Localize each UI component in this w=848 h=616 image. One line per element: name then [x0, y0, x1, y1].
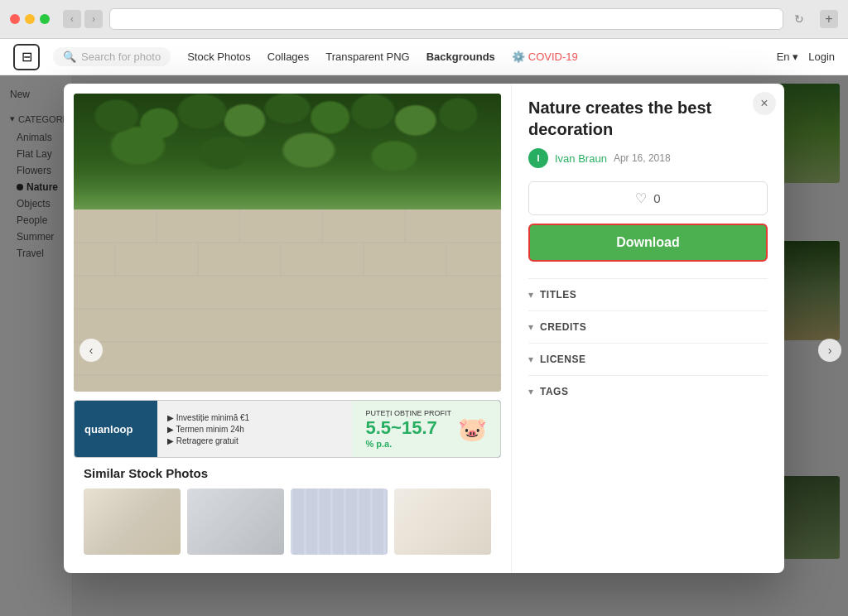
ad-profit-label: PUTEȚI OBȚINE PROFIT	[365, 409, 451, 417]
browser-titlebar: ‹ › ↻ +	[0, 0, 848, 39]
modal-overlay: ‹ › ×	[0, 75, 848, 616]
ad-point-1: ▶ Investiție minimă €1	[167, 413, 342, 422]
credits-label: CREDITS	[540, 321, 586, 333]
login-button[interactable]: Login	[808, 51, 835, 63]
language-selector[interactable]: En ▾	[777, 51, 799, 63]
pig-icon: 🐷	[458, 416, 487, 443]
ad-point-3: ▶ Retragere gratuit	[167, 436, 342, 445]
website-nav: ⊟ 🔍 Search for photo Stock Photos Collag…	[0, 39, 848, 75]
photo-wall	[74, 209, 501, 392]
photo-title: Nature creates the best decoration	[528, 97, 768, 140]
nav-transparent-png-label: Transparent PNG	[325, 51, 409, 63]
accordion-license[interactable]: ▾ LICENSE	[528, 343, 768, 375]
advertisement-banner: quanloop ▶ Investiție minimă €1 ▶ Termen…	[74, 400, 501, 458]
fullscreen-window-button[interactable]	[40, 14, 50, 24]
bullet-icon-2: ▶	[167, 425, 174, 434]
modal-body: quanloop ▶ Investiție minimă €1 ▶ Termen…	[64, 84, 784, 573]
wall-texture	[74, 209, 501, 392]
author-avatar: I	[528, 148, 548, 168]
modal-close-button[interactable]: ×	[753, 92, 776, 115]
ad-point-3-text: Retragere gratuit	[176, 436, 238, 445]
tags-label: TAGS	[540, 386, 568, 397]
modal-left-panel: quanloop ▶ Investiție minimă €1 ▶ Termen…	[64, 84, 511, 573]
traffic-lights	[10, 14, 50, 24]
ad-point-1-text: Investiție minimă €1	[176, 413, 249, 422]
language-label: En	[777, 51, 790, 63]
author-name[interactable]: Ivan Braun	[555, 152, 607, 165]
titles-chevron-icon: ▾	[528, 289, 533, 301]
search-icon: 🔍	[63, 51, 76, 63]
forward-button[interactable]: ›	[84, 10, 103, 28]
close-window-button[interactable]	[10, 14, 20, 24]
accordion-tags[interactable]: ▾ TAGS	[528, 375, 768, 407]
titles-label: TITLES	[540, 289, 576, 301]
similar-photo-2[interactable]	[187, 488, 284, 555]
similar-photos-grid	[84, 488, 491, 555]
ad-profit-suffix: % p.a.	[365, 439, 451, 449]
similar-photo-4[interactable]	[394, 488, 491, 555]
tags-chevron-icon: ▾	[528, 386, 533, 397]
credits-chevron-icon: ▾	[528, 321, 533, 333]
nav-collages[interactable]: Collages	[267, 51, 310, 63]
nav-backgrounds[interactable]: Backgrounds	[426, 51, 495, 63]
back-button[interactable]: ‹	[63, 10, 81, 28]
logo-icon: ⊟	[22, 49, 32, 65]
download-button[interactable]: Download	[528, 224, 768, 262]
ad-point-2: ▶ Termen minim 24h	[167, 425, 342, 434]
nav-stock-photos[interactable]: Stock Photos	[187, 51, 251, 63]
similar-photo-3[interactable]	[291, 488, 388, 555]
bullet-icon-3: ▶	[167, 436, 174, 445]
license-chevron-icon: ▾	[528, 354, 533, 365]
nav-backgrounds-label: Backgrounds	[426, 51, 495, 63]
accordion-credits[interactable]: ▾ CREDITS	[528, 310, 768, 343]
prev-photo-button[interactable]: ‹	[80, 339, 103, 362]
nav-covid-label: COVID-19	[528, 51, 578, 63]
photo-date: Apr 16, 2018	[614, 152, 671, 164]
reload-button[interactable]: ↻	[790, 10, 808, 28]
similar-photos-title: Similar Stock Photos	[84, 466, 491, 480]
search-placeholder-text: Search for photo	[81, 51, 161, 63]
covid-icon: ⚙️	[512, 51, 525, 63]
accordion-titles[interactable]: ▾ TITLES	[528, 278, 768, 310]
nav-transparent-png[interactable]: Transparent PNG	[325, 51, 409, 63]
site-logo[interactable]: ⊟	[13, 44, 40, 70]
nav-stock-photos-label: Stock Photos	[187, 51, 251, 63]
minimize-window-button[interactable]	[25, 14, 35, 24]
license-label: LICENSE	[540, 354, 586, 365]
photo-modal: ×	[64, 84, 784, 573]
likes-count: 0	[653, 191, 660, 205]
browser-nav-buttons: ‹ ›	[63, 10, 103, 28]
ad-profit-section: PUTEȚI OBȚINE PROFIT 5.5~15.7 % p.a. 🐷	[352, 401, 500, 457]
similar-photos-section: Similar Stock Photos	[74, 458, 501, 563]
likes-box[interactable]: ♡ 0	[528, 181, 768, 215]
search-bar[interactable]: 🔍 Search for photo	[53, 47, 171, 66]
nav-covid[interactable]: ⚙️ COVID-19	[512, 51, 578, 63]
similar-photo-1[interactable]	[84, 488, 181, 555]
modal-right-panel: Nature creates the best decoration I Iva…	[511, 84, 784, 573]
browser-chrome: ‹ › ↻ +	[0, 0, 848, 39]
address-bar[interactable]	[109, 8, 783, 30]
close-icon: ×	[760, 96, 768, 111]
heart-icon: ♡	[635, 190, 647, 206]
nav-right: En ▾ Login	[777, 51, 835, 63]
bullet-icon: ▶	[167, 413, 174, 422]
ad-brand: quanloop	[75, 416, 157, 442]
ad-profit-number: 5.5~15.7	[365, 417, 451, 439]
ad-profit-value: PUTEȚI OBȚINE PROFIT 5.5~15.7 % p.a.	[365, 409, 451, 449]
new-tab-button[interactable]: +	[820, 10, 838, 28]
nav-collages-label: Collages	[267, 51, 310, 63]
main-layout: New ▾ CATEGORIES Animals Flat Lay Flower…	[0, 75, 848, 616]
author-line: I Ivan Braun Apr 16, 2018	[528, 148, 768, 168]
ad-point-2-text: Termen minim 24h	[176, 425, 244, 434]
nav-links: Stock Photos Collages Transparent PNG Ba…	[187, 51, 777, 63]
main-photo	[74, 94, 501, 392]
ad-content: ▶ Investiție minimă €1 ▶ Termen minim 24…	[157, 401, 352, 457]
next-photo-button[interactable]: ›	[818, 339, 841, 362]
